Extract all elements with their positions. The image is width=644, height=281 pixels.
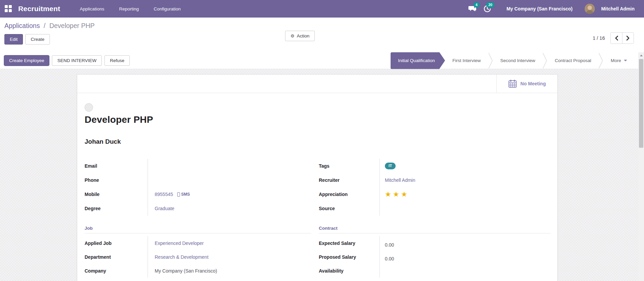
stage-pipeline: Initial Qualification First Interview Se… [391,52,644,69]
menu-reporting[interactable]: Reporting [119,6,139,11]
department-value: Research & Development [148,250,311,264]
breadcrumb: Applications / Developer PHP [4,22,644,30]
expected-salary-value[interactable]: 0.00 [379,236,551,250]
apps-menu-icon[interactable] [5,5,12,12]
calendar-icon [508,79,517,88]
recruiter-link[interactable]: Mitchell Admin [385,177,415,183]
contract-section: Contract Expected Salary 0.00 Proposed S… [319,226,551,278]
create-button[interactable]: Create [25,34,50,45]
applied-job-label: Applied Job [85,236,148,250]
vertical-scrollbar[interactable] [638,52,644,281]
stage-separator-icon [599,53,603,69]
degree-label: Degree [85,201,148,216]
breadcrumb-applications[interactable]: Applications [4,22,40,29]
action-button-label: Action [297,33,310,38]
activities-count-badge: 20 [486,2,494,7]
form-sheet: No Meeting Developer PHP Johan Duck Emai… [77,74,558,281]
pager-nav [610,32,634,44]
applied-job-link[interactable]: Experienced Developer [155,241,204,246]
email-value[interactable] [148,159,311,173]
recruitment-app-window: Recruitment Applications Reporting Confi… [0,0,644,281]
menu-applications[interactable]: Applications [80,6,104,11]
recruiter-label: Recruiter [319,173,379,187]
refuse-button[interactable]: Refuse [104,55,130,66]
breadcrumb-separator: / [44,22,45,29]
email-label: Email [85,159,148,173]
phone-value[interactable] [148,173,311,187]
caret-down-icon [624,60,627,61]
tags-label: Tags [319,159,379,173]
chevron-left-icon [615,36,618,40]
field-groups: Email Phone Mobile 8955545 SMS D [85,159,551,216]
content-area: No Meeting Developer PHP Johan Duck Emai… [0,69,644,281]
top-right-controls: 4 20 My Company (San Francisco) [467,4,644,14]
menu-configuration[interactable]: Configuration [154,6,181,11]
meeting-button-label: No Meeting [520,81,546,86]
appreciation-value: ★★★ [379,187,551,201]
pager-previous-button[interactable] [611,33,622,44]
applicant-photo-placeholder[interactable] [85,103,93,112]
department-label: Department [85,250,148,264]
stage-separator-icon [488,53,493,69]
pager-next-button[interactable] [622,33,634,44]
degree-value: Graduate [148,201,311,216]
app-title[interactable]: Recruitment [18,5,60,13]
sheet-body: Developer PHP Johan Duck Email Phone Mob… [77,93,557,278]
user-menu[interactable]: Mitchell Admin [601,6,635,11]
sms-button-label: SMS [181,192,190,197]
mobile-number-link[interactable]: 8955545 [155,192,173,197]
button-box: No Meeting [77,75,557,93]
mobile-label: Mobile [85,187,148,201]
job-group: Applied Job Experienced Developer Depart… [85,236,311,278]
source-label: Source [319,201,379,216]
messages-button[interactable]: 4 [467,4,478,14]
stage-more-dropdown[interactable]: More [603,52,635,69]
scrollbar-thumb[interactable] [639,59,643,148]
stage-second-interview[interactable]: Second Interview [493,52,543,69]
proposed-salary-value[interactable]: 0.00 [379,250,551,264]
meeting-button[interactable]: No Meeting [496,75,557,93]
department-link[interactable]: Research & Development [155,254,209,260]
recruitment-group: Tags IT Recruiter Mitchell Admin Appreci… [319,159,551,216]
activities-button[interactable]: 20 [482,4,493,14]
user-avatar[interactable] [585,4,595,14]
star-icon[interactable]: ★ [385,190,391,198]
availability-label: Availability [319,264,379,278]
form-sections: Job Applied Job Experienced Developer De… [85,226,551,278]
proposed-salary-label: Proposed Salary [319,250,379,264]
star-icon[interactable]: ★ [401,190,407,198]
tags-value: IT [379,159,551,173]
expected-salary-label: Expected Salary [319,236,379,250]
stage-contract-proposal[interactable]: Contract Proposal [547,52,599,69]
source-value[interactable] [379,201,551,216]
stage-initial-qualification[interactable]: Initial Qualification [391,52,445,69]
edit-button[interactable]: Edit [4,34,23,45]
control-panel: Applications / Developer PHP Edit Create… [0,18,644,52]
contact-group: Email Phone Mobile 8955545 SMS D [85,159,311,216]
tag-badge[interactable]: IT [385,163,396,169]
action-button[interactable]: ⚙ Action [285,31,315,41]
top-menu: Applications Reporting Configuration [80,6,181,11]
company-switcher[interactable]: My Company (San Francisco) [507,6,573,11]
pager-value: 1 / 16 [593,35,605,41]
job-section: Job Applied Job Experienced Developer De… [85,226,311,278]
record-buttons: Edit Create [4,34,644,45]
top-nav-bar: Recruitment Applications Reporting Confi… [0,0,644,18]
scroll-up-button[interactable] [638,52,644,58]
chevron-right-icon [626,36,630,40]
sms-button[interactable]: SMS [177,192,190,197]
breadcrumb-current: Developer PHP [49,22,94,29]
pager: 1 / 16 [593,32,634,44]
company-value: My Company (San Francisco) [148,264,311,278]
degree-link[interactable]: Graduate [155,206,174,211]
availability-value[interactable] [379,264,551,278]
appreciation-label: Appreciation [319,187,379,201]
star-rating[interactable]: ★★★ [385,190,407,198]
company-label: Company [85,264,148,278]
phone-label: Phone [85,173,148,187]
stage-first-interview[interactable]: First Interview [445,52,488,69]
star-icon[interactable]: ★ [393,190,399,198]
create-employee-button[interactable]: Create Employee [4,55,49,66]
send-interview-button[interactable]: SEND INTERVIEW [52,55,102,66]
messages-count-badge: 4 [473,2,480,7]
